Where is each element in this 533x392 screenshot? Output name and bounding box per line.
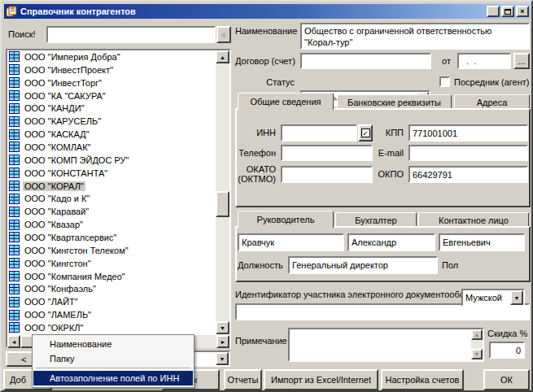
gender-combobox[interactable]: Мужской ▼ — [461, 289, 525, 307]
list-item-label: ООО "КОНСТАНТА" — [23, 168, 109, 178]
list-item-label: ООО "Империя Добра" — [23, 52, 122, 62]
menu-item-name[interactable]: Наименование — [33, 337, 193, 351]
list-item-label: ООО "КОМП ЭЙДОС РУ" — [23, 155, 130, 165]
name-field[interactable]: Общество с ограниченной ответственностью… — [300, 23, 530, 50]
tab-addresses[interactable]: Адреса — [454, 94, 530, 109]
position-field[interactable]: Генеральный директор — [288, 256, 438, 274]
list-item-label: ООО "ЛАЙТ" — [23, 297, 80, 307]
contract-from-label: от — [442, 53, 451, 69]
reports-button[interactable]: Отчеты — [224, 369, 262, 390]
window-title: Справочник контрагентов — [20, 7, 136, 16]
middlename-field[interactable]: Евгеньевич — [439, 233, 525, 251]
chevron-down-icon[interactable]: ▼ — [216, 352, 229, 365]
list-item-label: ООО "КАНДИ" — [23, 103, 86, 113]
kpp-field[interactable]: 771001001 — [408, 124, 528, 142]
list-item[interactable]: ООО "ЛАЙТ" — [7, 295, 215, 308]
tab-bank-details[interactable]: Банковские реквизиты — [337, 94, 452, 109]
table-icon — [9, 64, 20, 75]
note-field[interactable] — [288, 328, 484, 362]
list-item[interactable]: ООО "КОНСТАНТА" — [7, 167, 215, 180]
okpo-label: ОКПО — [376, 166, 404, 182]
note-label: Примечание — [235, 333, 287, 349]
status-label: Статус — [246, 74, 295, 90]
list-item-label: ООО "Конфаэль" — [23, 284, 98, 294]
table-icon — [9, 271, 20, 281]
contract-field[interactable] — [300, 53, 431, 69]
list-item-label: ООО "Кварталсервис" — [23, 233, 118, 242]
scroll-up-icon[interactable]: ▲ — [471, 329, 483, 340]
tab-accountant[interactable]: Бухгалтер — [335, 212, 417, 227]
maximize-button[interactable] — [501, 6, 514, 17]
list-item-label: ООО "ОКРКЛ" — [23, 323, 85, 333]
minimize-button[interactable]: _ — [487, 6, 500, 17]
inn-field[interactable] — [281, 124, 357, 142]
close-button[interactable]: × — [516, 6, 529, 17]
phone-field[interactable] — [281, 145, 373, 161]
title-bar[interactable]: Справочник контрагентов _ × — [4, 4, 531, 19]
scroll-down-icon[interactable]: ▼ — [216, 321, 229, 334]
okato-field[interactable] — [281, 166, 373, 183]
list-item[interactable]: ООО "КАРУСЕЛЬ" — [7, 115, 215, 128]
list-item[interactable]: ООО "КОРАЛ" — [7, 180, 215, 193]
list-item[interactable]: ООО "Кадо и К" — [7, 192, 215, 205]
ok-button[interactable]: ОК — [483, 369, 530, 390]
name-label: Наименование — [235, 23, 297, 39]
note-scrollbar[interactable]: ▲ ▼ — [471, 329, 483, 360]
list-item[interactable]: ООО "ЛАМЕЛЬ" — [7, 308, 215, 321]
okpo-field[interactable]: 66429791 — [408, 166, 528, 183]
agent-checkbox[interactable] — [439, 76, 450, 87]
lastname-field[interactable]: Кравчук — [238, 233, 344, 251]
list-item[interactable]: ООО "Кингстон" — [7, 257, 215, 270]
tab-director[interactable]: Руководитель — [238, 211, 334, 228]
list-item[interactable]: ООО "КОМП ЭЙДОС РУ" — [7, 154, 215, 167]
vscroll-thumb[interactable] — [216, 191, 229, 217]
list-item[interactable]: ООО "Кварталсервис" — [7, 231, 215, 244]
search-input[interactable] — [46, 26, 216, 43]
discount-field[interactable]: 0 — [489, 342, 525, 359]
dialog-window: Справочник контрагентов _ × Поиск! × — [0, 0, 533, 392]
list-vscrollbar[interactable]: ▲ ▼ — [216, 50, 229, 334]
scroll-down-icon[interactable]: ▼ — [471, 349, 483, 359]
menu-item-autofill-inn[interactable]: Автозаполнение полей по ИНН — [33, 371, 193, 385]
contacts-list: ООО "Империя Добра" ООО "ИнвестПроект" — [7, 50, 215, 334]
table-icon — [9, 168, 20, 178]
list-item[interactable]: ООО "КОМЛАК" — [7, 141, 215, 154]
contract-date-field[interactable]: . . — [457, 53, 511, 69]
accounts-setup-button[interactable]: Настройка счетов — [381, 369, 464, 390]
list-item[interactable]: ООО "ОКРКЛ" — [7, 321, 215, 334]
list-item[interactable]: ООО "ИнвестПроект" — [7, 63, 215, 76]
table-icon — [9, 207, 20, 217]
table-icon — [9, 258, 20, 268]
scroll-up-icon[interactable]: ▲ — [216, 50, 229, 63]
import-excel-button[interactable]: Импорт из Excel/Internet — [264, 369, 378, 390]
menu-item-folder[interactable]: Папку — [33, 351, 193, 366]
list-item[interactable]: ООО "Конфаэль" — [7, 282, 215, 295]
firstname-field[interactable]: Александр — [347, 233, 435, 251]
date-browse-button[interactable]: ... — [513, 53, 530, 69]
list-item[interactable]: ООО "КА "САКУРА" — [7, 89, 215, 102]
table-icon — [9, 232, 20, 242]
table-icon — [9, 181, 20, 191]
scroll-right-icon[interactable]: ► — [216, 335, 229, 348]
table-icon — [9, 103, 20, 114]
list-item[interactable]: ООО "Кингстон Телеком" — [7, 244, 215, 257]
scroll-left-icon[interactable]: ◄ — [7, 335, 20, 348]
tab-general-info[interactable]: Общие сведения — [238, 93, 334, 110]
list-item[interactable]: ООО "КАНДИ" — [7, 102, 215, 115]
tab-contact-person[interactable]: Контактное лицо — [418, 212, 529, 227]
list-item[interactable]: ООО "Империя Добра" — [7, 50, 215, 63]
search-clear-button[interactable]: × — [216, 26, 231, 43]
list-item-label: ООО "КАРУСЕЛЬ" — [23, 116, 103, 126]
list-item-label: ООО "Кадо и К" — [23, 194, 91, 203]
list-item[interactable]: ООО "КАСКАД" — [7, 128, 215, 141]
list-item[interactable]: ООО "ИнвестТорг" — [7, 76, 215, 89]
list-item[interactable]: ООО "Каравай" — [7, 205, 215, 218]
email-field[interactable] — [408, 145, 528, 161]
list-item-label: ООО "Кингстон Телеком" — [23, 246, 130, 255]
list-item[interactable]: ООО "Компания Медео" — [7, 270, 215, 283]
chevron-down-icon[interactable]: ▼ — [510, 290, 523, 305]
table-icon — [9, 77, 20, 88]
list-item[interactable]: ООО "Квазар" — [7, 218, 215, 231]
gender-value: Мужской — [465, 293, 502, 303]
inn-check-button[interactable]: ✓ — [358, 124, 373, 142]
